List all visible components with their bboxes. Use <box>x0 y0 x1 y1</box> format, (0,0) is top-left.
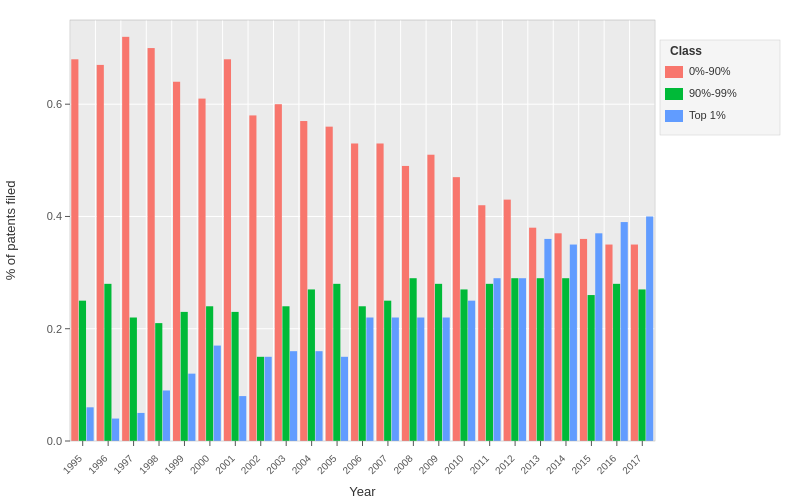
svg-rect-82 <box>511 278 518 441</box>
svg-rect-73 <box>435 284 442 441</box>
svg-rect-69 <box>402 166 409 441</box>
svg-rect-90 <box>580 239 587 441</box>
svg-rect-158 <box>665 66 683 78</box>
svg-rect-63 <box>351 143 358 441</box>
svg-rect-66 <box>376 143 383 441</box>
svg-rect-34 <box>104 284 111 441</box>
svg-rect-95 <box>621 222 628 441</box>
svg-rect-75 <box>453 177 460 441</box>
svg-rect-84 <box>529 228 536 441</box>
svg-rect-77 <box>468 301 475 441</box>
svg-rect-33 <box>97 65 104 441</box>
svg-rect-61 <box>333 284 340 441</box>
svg-rect-71 <box>417 318 424 441</box>
svg-rect-46 <box>206 306 213 441</box>
chart-container: 0.00.20.40.61995199619971998199920002001… <box>0 0 800 501</box>
svg-rect-74 <box>443 318 450 441</box>
svg-rect-54 <box>275 104 282 441</box>
svg-rect-87 <box>555 233 562 441</box>
svg-rect-160 <box>665 88 683 100</box>
svg-rect-78 <box>478 205 485 441</box>
svg-rect-52 <box>257 357 264 441</box>
svg-text:0.0: 0.0 <box>47 435 62 447</box>
svg-rect-45 <box>198 99 205 441</box>
svg-rect-44 <box>188 374 195 441</box>
svg-text:Top 1%: Top 1% <box>689 109 726 121</box>
svg-rect-67 <box>384 301 391 441</box>
svg-rect-31 <box>79 301 86 441</box>
svg-rect-57 <box>300 121 307 441</box>
svg-rect-88 <box>562 278 569 441</box>
svg-rect-70 <box>410 278 417 441</box>
svg-text:0.4: 0.4 <box>47 210 62 222</box>
svg-rect-58 <box>308 289 315 441</box>
svg-text:% of patents filed: % of patents filed <box>3 181 18 281</box>
svg-rect-59 <box>315 351 322 441</box>
svg-text:Class: Class <box>670 44 702 58</box>
svg-text:0.2: 0.2 <box>47 323 62 335</box>
svg-rect-91 <box>588 295 595 441</box>
svg-rect-83 <box>519 278 526 441</box>
svg-text:0.6: 0.6 <box>47 98 62 110</box>
svg-rect-30 <box>71 59 78 441</box>
svg-rect-92 <box>595 233 602 441</box>
svg-rect-62 <box>341 357 348 441</box>
svg-rect-39 <box>148 48 155 441</box>
svg-rect-68 <box>392 318 399 441</box>
svg-rect-162 <box>665 110 683 122</box>
svg-rect-76 <box>460 289 467 441</box>
svg-rect-64 <box>359 306 366 441</box>
svg-rect-49 <box>232 312 239 441</box>
svg-rect-42 <box>173 82 180 441</box>
svg-rect-32 <box>87 407 94 441</box>
svg-rect-53 <box>265 357 272 441</box>
svg-rect-93 <box>605 245 612 441</box>
svg-rect-86 <box>544 239 551 441</box>
svg-rect-41 <box>163 390 170 441</box>
svg-rect-80 <box>493 278 500 441</box>
chart-svg: 0.00.20.40.61995199619971998199920002001… <box>0 0 800 501</box>
svg-rect-48 <box>224 59 231 441</box>
svg-rect-50 <box>239 396 246 441</box>
svg-rect-89 <box>570 245 577 441</box>
svg-rect-94 <box>613 284 620 441</box>
svg-rect-35 <box>112 419 119 441</box>
svg-rect-85 <box>537 278 544 441</box>
svg-rect-97 <box>638 289 645 441</box>
svg-text:0%-90%: 0%-90% <box>689 65 731 77</box>
svg-rect-56 <box>290 351 297 441</box>
svg-rect-47 <box>214 346 221 441</box>
svg-rect-98 <box>646 216 653 441</box>
svg-rect-65 <box>366 318 373 441</box>
svg-rect-51 <box>249 115 256 441</box>
svg-text:90%-99%: 90%-99% <box>689 87 737 99</box>
svg-rect-43 <box>181 312 188 441</box>
svg-rect-37 <box>130 318 137 441</box>
svg-rect-96 <box>631 245 638 441</box>
svg-rect-40 <box>155 323 162 441</box>
svg-rect-81 <box>504 200 511 441</box>
svg-rect-38 <box>137 413 144 441</box>
svg-rect-72 <box>427 155 434 441</box>
svg-rect-79 <box>486 284 493 441</box>
svg-text:Year: Year <box>349 484 376 499</box>
svg-rect-36 <box>122 37 129 441</box>
svg-rect-55 <box>282 306 289 441</box>
svg-rect-60 <box>326 127 333 441</box>
